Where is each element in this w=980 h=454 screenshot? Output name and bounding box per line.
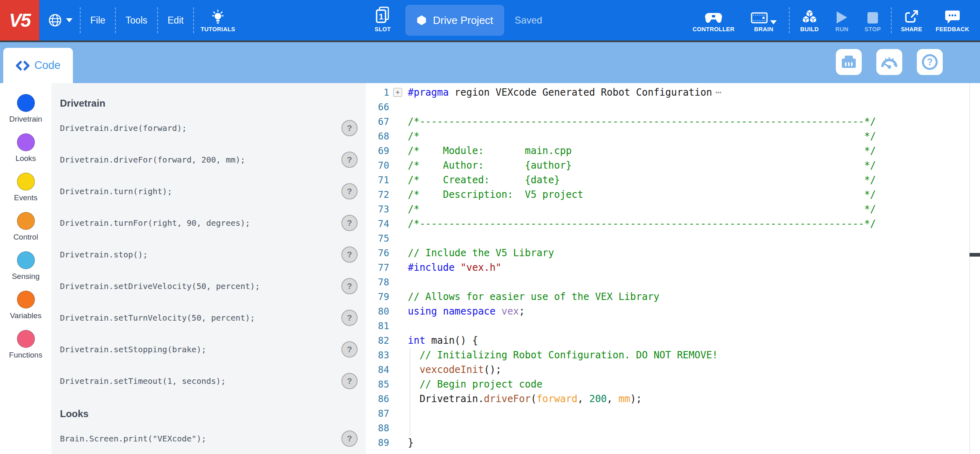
dashboard-button[interactable] [876,49,902,75]
scrollbar-track [969,83,970,454]
fold-column [389,304,408,319]
code-editor[interactable]: 1+#pragma region VEXcode Generated Robot… [366,83,980,454]
code-text: /* Description: V5 project */ [408,187,876,202]
code-line[interactable]: 78 [366,275,980,289]
project-name-button[interactable]: Drive Project [405,5,504,36]
folded-region-indicator[interactable]: ⋯ [715,87,721,98]
editor-toolbar-buttons: ? [836,49,943,75]
code-line[interactable]: 85 // Begin project code [366,377,980,392]
command-snippet[interactable]: Drivetrain.turnFor(right, 90, degrees); [60,218,341,228]
code-line[interactable]: 82int main() { [366,333,980,348]
fold-column [389,173,408,187]
code-line[interactable]: 74/*------------------------------------… [366,216,980,231]
command-help-button[interactable]: ? [341,152,358,168]
command-help-button[interactable]: ? [341,373,358,389]
scrollbar-thumb[interactable] [969,253,980,257]
code-text: /* Author: {author} */ [408,158,876,173]
code-line[interactable]: 71/* Created: {date} */ [366,173,980,187]
sidebar-item-label: Looks [15,154,36,163]
command-help-button[interactable]: ? [341,341,358,358]
project-group: 1 SLOT Drive Project Saved [371,0,542,41]
fold-column [389,202,408,216]
help-button[interactable]: ? [917,49,943,75]
slot-icon: 1 [375,6,390,24]
brain-button[interactable]: BRAIN [744,8,783,32]
code-line[interactable]: 83 // Initializing Robot Configuration. … [366,348,980,362]
menu-edit[interactable]: Edit [158,0,194,41]
code-line[interactable]: 68/* */ [366,129,980,143]
fold-column [389,114,408,129]
build-cubes-icon [802,9,817,24]
command-snippet[interactable]: Drivetrain.setStopping(brake); [60,345,341,354]
command-snippet[interactable]: Drivetrain.drive(forward); [60,123,341,133]
sidebar-item-functions[interactable]: Functions [0,330,51,369]
line-number: 79 [366,289,389,304]
command-help-button[interactable]: ? [341,278,358,294]
menu-tools[interactable]: Tools [116,0,157,41]
command-snippet[interactable]: Drivetrain.setTimeout(1, seconds); [60,376,341,386]
tab-code[interactable]: Code [3,48,73,83]
fold-toggle-icon[interactable]: + [393,88,402,97]
brain-device-button[interactable] [836,49,862,75]
command-snippet[interactable]: Drivetrain.setTurnVelocity(50, percent); [60,313,341,323]
code-line[interactable]: 81 [366,319,980,333]
fold-column [389,216,408,231]
code-line[interactable]: 80using namespace vex; [366,304,980,319]
command-snippet[interactable]: Drivetrain.driveFor(forward, 200, mm); [60,155,341,165]
line-number: 80 [366,304,389,319]
feedback-button[interactable]: FEEDBACK [931,8,974,32]
code-line[interactable]: 67/*------------------------------------… [366,114,980,129]
code-line[interactable]: 69/* Module: main.cpp */ [366,143,980,158]
sidebar-item-events[interactable]: Events [0,173,51,212]
code-line[interactable]: 72/* Description: V5 project */ [366,187,980,202]
code-line[interactable]: 89} [366,435,980,450]
slot-button[interactable]: 1 SLOT [371,8,395,32]
stop-label: STOP [865,26,881,32]
language-menu-button[interactable] [40,0,80,41]
code-line[interactable]: 73/* */ [366,202,980,216]
code-line[interactable]: 84 vexcodeInit(); [366,362,980,377]
command-help-button[interactable]: ? [341,215,358,231]
code-line[interactable]: 76// Include the V5 Library [366,246,980,260]
run-button[interactable]: RUN [829,8,854,32]
code-line[interactable]: 87 [366,406,980,421]
sidebar-item-drivetrain[interactable]: Drivetrain [0,94,51,133]
command-help-button[interactable]: ? [341,310,358,326]
tutorials-button[interactable]: TUTORIALS [194,0,241,41]
stop-button[interactable]: STOP [860,8,885,32]
code-text: // Begin project code [408,377,542,392]
command-snippet[interactable]: Drivetrain.stop(); [60,250,341,259]
fold-column [389,129,408,143]
command-snippet[interactable]: Drivetrain.turn(right); [60,186,341,196]
feedback-bubble-icon [945,10,960,24]
fold-column [389,333,408,348]
sidebar-item-control[interactable]: Control [0,212,51,251]
line-number: 68 [366,129,389,143]
code-line[interactable]: 88 [366,421,980,435]
command-help-button[interactable]: ? [341,430,358,447]
share-button[interactable]: SHARE [897,8,926,32]
command-snippet[interactable]: Brain.Screen.print("VEXcode"); [60,434,341,443]
functions-category-icon [17,330,35,348]
command-snippet[interactable]: Drivetrain.setDriveVelocity(50, percent)… [60,281,341,291]
code-line[interactable]: 1+#pragma region VEXcode Generated Robot… [366,85,980,100]
line-number: 89 [366,435,389,450]
code-text: /*--------------------------------------… [408,216,876,231]
code-line[interactable]: 77#include "vex.h" [366,260,980,275]
code-line[interactable]: 70/* Author: {author} */ [366,158,980,173]
build-button[interactable]: BUILD [795,8,824,32]
code-line[interactable]: 86 Drivetrain.driveFor(forward, 200, mm)… [366,392,980,406]
menu-file[interactable]: File [81,0,115,41]
controller-button[interactable]: CONTROLLER [688,8,739,32]
sidebar-item-looks[interactable]: Looks [0,133,51,173]
dashboard-gauge-icon [880,54,899,70]
code-line[interactable]: 75 [366,231,980,246]
command-help-button[interactable]: ? [341,183,358,199]
command-help-button[interactable]: ? [341,120,358,136]
code-line[interactable]: 79// Allows for easier use of the VEX Li… [366,289,980,304]
sidebar-item-variables[interactable]: Variables [0,291,51,330]
sidebar-categories: DrivetrainLooksEventsControlSensingVaria… [0,83,51,454]
code-line[interactable]: 66 [366,100,980,114]
sidebar-item-sensing[interactable]: Sensing [0,251,51,291]
command-help-button[interactable]: ? [341,246,358,263]
